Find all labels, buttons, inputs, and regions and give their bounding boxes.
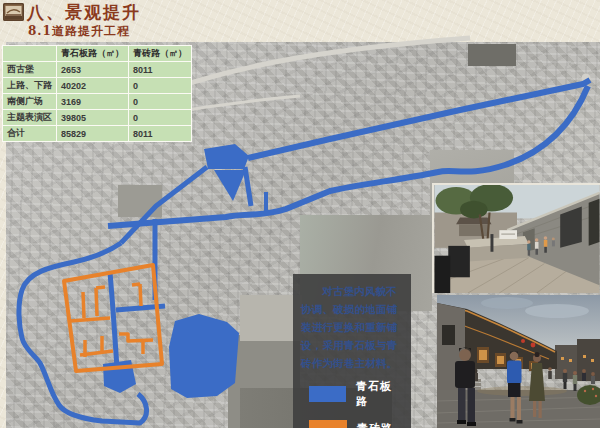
row-label: 南侧广场 — [3, 94, 57, 110]
legend-swatch-blue — [309, 386, 346, 402]
slide: 八、景观提升 8.1道路提升工程 青石板路（㎡） 青砖路（㎡） 西古堡26538… — [0, 0, 600, 428]
legend-label: 青石板路 — [356, 379, 403, 409]
note-text: 对古堡内风貌不协调、破损的地面铺装进行更换和重新铺设，采用青石板与青砖作为街巷主… — [301, 282, 403, 372]
cell-value: 39805 — [57, 110, 129, 126]
cell-value: 2653 — [57, 62, 129, 78]
row-label: 合计 — [3, 126, 57, 142]
page-subtitle: 8.1道路提升工程 — [28, 23, 130, 40]
road-area-table: 青石板路（㎡） 青砖路（㎡） 西古堡26538011上路、下路402020南侧广… — [2, 45, 192, 142]
table-row: 西古堡26538011 — [3, 62, 192, 78]
row-label: 主题表演区 — [3, 110, 57, 126]
table-row: 南侧广场31690 — [3, 94, 192, 110]
cell-value: 3169 — [57, 94, 129, 110]
cell-value: 85829 — [57, 126, 129, 142]
red-lantern — [531, 343, 536, 348]
legend: 青石板路 青砖路 — [301, 379, 403, 428]
header-brick-road: 青砖路（㎡） — [129, 46, 192, 62]
legend-item-stone: 青石板路 — [301, 379, 403, 409]
photo-street-dusk — [437, 295, 600, 428]
legend-label: 青砖路 — [357, 421, 393, 428]
cell-value: 8011 — [129, 62, 192, 78]
seal-bridge-icon — [3, 3, 24, 21]
table-row: 合计858298011 — [3, 126, 192, 142]
header-stone-road: 青石板路（㎡） — [57, 46, 129, 62]
table-row: 主题表演区398050 — [3, 110, 192, 126]
legend-item-brick: 青砖路 — [301, 420, 403, 428]
row-label: 西古堡 — [3, 62, 57, 78]
performance-area-polygon — [169, 314, 239, 398]
row-label: 上路、下路 — [3, 78, 57, 94]
legend-swatch-orange — [309, 420, 347, 428]
table-header-row: 青石板路（㎡） 青砖路（㎡） — [3, 46, 192, 62]
red-lantern — [521, 339, 525, 343]
page-title: 八、景观提升 — [27, 1, 141, 24]
cell-value: 0 — [129, 110, 192, 126]
header-empty — [3, 46, 57, 62]
photo-street-daytime — [432, 183, 600, 293]
note-panel: 对古堡内风貌不协调、破损的地面铺装进行更换和重新铺设，采用青石板与青砖作为街巷主… — [293, 274, 411, 428]
cell-value: 0 — [129, 78, 192, 94]
cell-value: 8011 — [129, 126, 192, 142]
cell-value: 0 — [129, 94, 192, 110]
table-row: 上路、下路402020 — [3, 78, 192, 94]
cell-value: 40202 — [57, 78, 129, 94]
road-table-body: 西古堡26538011上路、下路402020南侧广场31690主题表演区3980… — [3, 62, 192, 142]
